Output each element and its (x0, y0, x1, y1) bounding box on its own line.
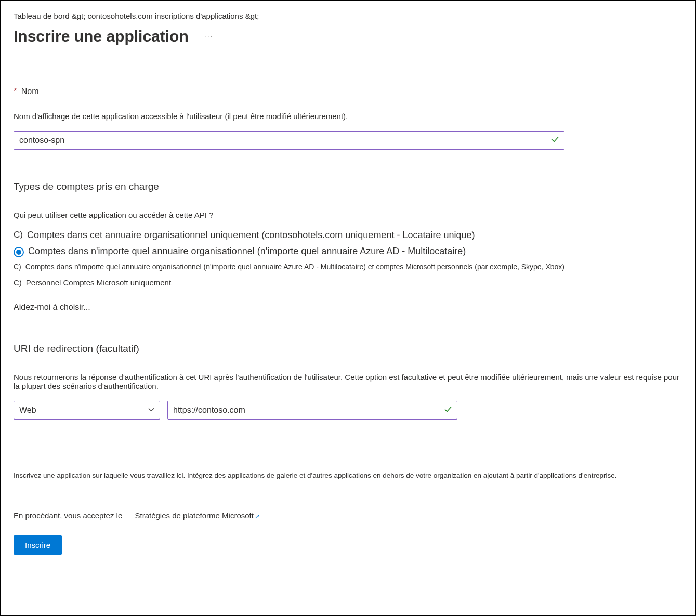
platform-select[interactable]: Web (14, 401, 160, 420)
help-choose-link[interactable]: Aidez-moi à choisir... (14, 303, 682, 312)
breadcrumb[interactable]: Tableau de bord &gt; contosohotels.com i… (14, 11, 682, 20)
external-link-icon: ↗ (255, 513, 260, 520)
name-label: * Nom (14, 87, 682, 96)
option-prefix: C) (14, 278, 22, 287)
radio-label-single-tenant[interactable]: Comptes dans cet annuaire organisationne… (27, 230, 475, 241)
name-label-text: Nom (21, 87, 39, 96)
account-types-question: Qui peut utiliser cette application ou a… (14, 211, 682, 219)
radio-label-personal[interactable]: Personnel Comptes Microsoft uniquement (26, 278, 171, 287)
radio-label-multitenant-personal[interactable]: Comptes dans n'importe quel annuaire org… (25, 263, 564, 271)
account-types-heading: Types de comptes pris en charge (14, 181, 682, 192)
more-menu-icon[interactable]: ··· (204, 32, 214, 41)
radio-label-multitenant[interactable]: Comptes dans n'importe quel annuaire org… (28, 246, 466, 257)
radio-multitenant[interactable] (14, 247, 24, 257)
policy-link[interactable]: Stratégies de plateforme Microsoft↗ (135, 511, 259, 520)
redirect-heading: URI de redirection (facultatif) (14, 343, 682, 355)
enterprise-apps-note: Inscrivez une application sur laquelle v… (14, 471, 682, 479)
redirect-description: Nous retournerons la réponse d'authentif… (14, 373, 682, 390)
policy-prefix: En procédant, vous acceptez le (14, 511, 122, 520)
register-button[interactable]: Inscrire (14, 535, 62, 555)
app-name-input[interactable] (14, 131, 564, 150)
policy-link-text: Stratégies de plateforme Microsoft (135, 511, 253, 520)
required-star-icon: * (14, 87, 17, 96)
option-prefix: C) (14, 263, 21, 271)
divider (14, 495, 682, 495)
option-prefix: C) (14, 230, 23, 240)
name-description: Nom d'affichage de cette application acc… (14, 112, 682, 121)
page-title: Inscrire une application (14, 28, 189, 45)
redirect-uri-input[interactable] (167, 401, 457, 420)
